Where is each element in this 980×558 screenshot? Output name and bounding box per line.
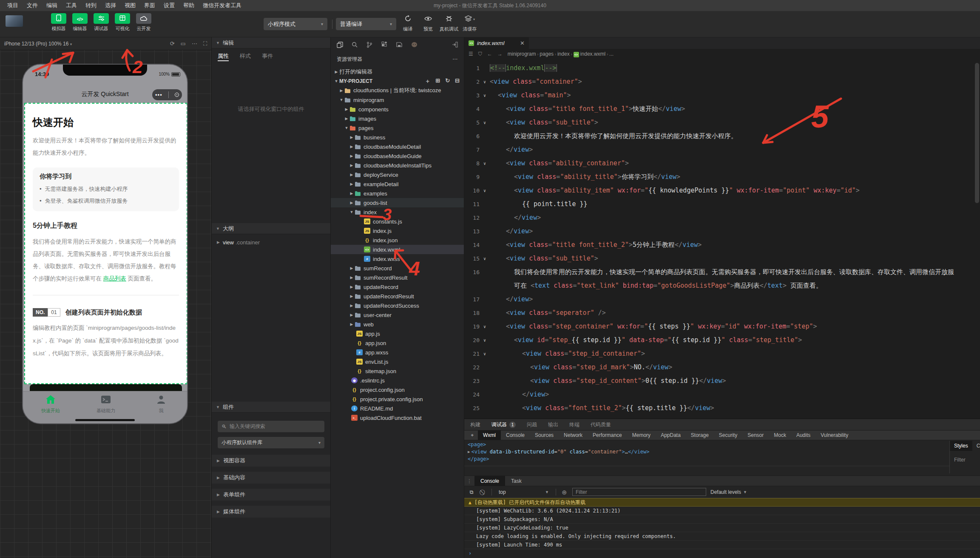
- code-line[interactable]: 17</view>: [464, 292, 974, 306]
- outline-section-header[interactable]: ▼大纲: [212, 223, 330, 234]
- tree-item[interactable]: ▶cloudbaseModuleGuide: [331, 151, 464, 161]
- code-line[interactable]: 3∨<view class="main">: [464, 88, 974, 102]
- capsule-menu[interactable]: •••: [152, 89, 182, 100]
- drag-handle-icon[interactable]: ⋮: [464, 478, 474, 484]
- menu-item[interactable]: 界面: [140, 2, 159, 9]
- styles-tab[interactable]: Co: [972, 441, 980, 451]
- close-icon[interactable]: ✕: [520, 40, 525, 46]
- tree-item[interactable]: ▼pages: [331, 123, 464, 133]
- edit-section-header[interactable]: ▼编辑: [212, 37, 330, 48]
- inspector-tab-network[interactable]: Network: [559, 431, 588, 440]
- devtools-tab[interactable]: 调试器1: [491, 421, 516, 428]
- editor-scrollbar[interactable]: [975, 63, 979, 203]
- console-panel-tab[interactable]: Task: [505, 476, 528, 486]
- component-library-select[interactable]: 小程序默认组件库▾: [218, 437, 324, 448]
- code-line[interactable]: 15∨<view class="sub_title">: [464, 252, 974, 265]
- phone-tab-2[interactable]: 基础能力: [87, 395, 125, 414]
- tree-item[interactable]: ▶web: [331, 320, 464, 329]
- code-line[interactable]: 20∨<view id="step_{{ step.id }}" data-st…: [464, 333, 974, 347]
- styles-tab[interactable]: Styles: [950, 441, 972, 451]
- outline-node[interactable]: ▶ view .container: [212, 237, 330, 247]
- inspector-tab-audits[interactable]: Audits: [791, 431, 815, 440]
- console-panel-tab[interactable]: Console: [474, 476, 505, 486]
- breadcrumb-item[interactable]: miniprogram: [508, 51, 536, 57]
- devtools-tab[interactable]: 终端: [569, 421, 579, 428]
- coze-icon[interactable]: [410, 42, 418, 49]
- hamburger-icon[interactable]: ☰: [469, 51, 473, 57]
- toolbar-button-code-icon[interactable]: </>编辑器: [71, 13, 88, 32]
- context-select[interactable]: top▼: [496, 488, 551, 496]
- tree-item[interactable]: ▼index: [331, 207, 464, 217]
- action-eye-icon[interactable]: 预览: [419, 14, 437, 32]
- component-section[interactable]: ▶基础内容: [212, 472, 330, 484]
- fold-icon[interactable]: ∨: [480, 256, 490, 261]
- refresh-icon[interactable]: ↻: [445, 77, 450, 85]
- devtools-tab[interactable]: 问题: [527, 421, 537, 428]
- editor-tab-index-wxml[interactable]: <> index.wxml ✕: [464, 37, 529, 49]
- breadcrumb-item[interactable]: <> index.wxml: [574, 51, 606, 57]
- menu-item[interactable]: 视图: [121, 2, 139, 9]
- code-line[interactable]: 21∨<view class="step_id_container">: [464, 347, 974, 360]
- tree-item[interactable]: #index.wxss: [331, 254, 464, 263]
- tree-item[interactable]: #app.wxss: [331, 348, 464, 357]
- element-picker-icon[interactable]: ⌖: [467, 432, 478, 438]
- tree-item[interactable]: ▶business: [331, 133, 464, 142]
- code-line[interactable]: 13</view>: [464, 224, 974, 238]
- console-row[interactable]: [system] LazyCodeLoading: true: [464, 524, 980, 532]
- user-avatar[interactable]: [6, 15, 23, 27]
- more-icon[interactable]: ⋯: [192, 40, 197, 47]
- collapse-right-icon[interactable]: [451, 42, 459, 49]
- console-prompt[interactable]: ›: [464, 549, 980, 558]
- log-levels-select[interactable]: Default levels▼: [710, 489, 747, 495]
- compile-mode-select[interactable]: 普通编译▾: [336, 18, 396, 30]
- fold-icon[interactable]: ∨: [480, 188, 490, 193]
- bookmark-icon[interactable]: ⛉: [478, 51, 482, 57]
- new-folder-icon[interactable]: ⊞: [435, 77, 440, 85]
- code-line[interactable]: 11{{ point.title }}: [464, 197, 974, 211]
- new-file-icon[interactable]: ＋: [425, 77, 430, 85]
- console-row[interactable]: [system] Subpackages: N/A: [464, 515, 980, 524]
- breadcrumb-item[interactable]: pages: [540, 51, 554, 57]
- menu-item[interactable]: 转到: [82, 2, 100, 9]
- expand-icon[interactable]: ⛶: [203, 40, 207, 47]
- code-line[interactable]: 9<view class="ability_title">你将学习到</view…: [464, 170, 974, 184]
- tree-item[interactable]: ▶cloudbaseModuleDetail: [331, 142, 464, 151]
- console-filter-input[interactable]: Filter: [572, 488, 706, 496]
- devtools-tab[interactable]: 代码质量: [591, 421, 611, 428]
- tree-item[interactable]: JSconstants.js: [331, 217, 464, 226]
- inspector-tab-mock[interactable]: Mock: [769, 431, 791, 440]
- code-line[interactable]: 16我们将会使用常用的云开发能力，快速实现一个简单的商品列表页面。无需购买服务器…: [464, 265, 974, 279]
- tree-item[interactable]: ▶components: [331, 105, 464, 114]
- fold-icon[interactable]: ∨: [480, 93, 490, 98]
- menu-item[interactable]: 微信开发者工具: [199, 2, 245, 9]
- tree-item[interactable]: JSindex.js: [331, 226, 464, 235]
- phone-tab-1[interactable]: 快速开始: [31, 395, 70, 414]
- toolbar-button-cloud-icon[interactable]: 云开发: [135, 13, 152, 32]
- menu-item[interactable]: 选择: [101, 2, 120, 9]
- code-line[interactable]: 25<view class="font_title_2">{{ step.tit…: [464, 401, 974, 415]
- tree-item[interactable]: ▶updateRecordResult: [331, 292, 464, 301]
- tree-item[interactable]: ▼miniprogram: [331, 95, 464, 105]
- files-icon[interactable]: [336, 42, 344, 50]
- device-select[interactable]: iPhone 12/13 (Pro) 100% 16 ▾: [4, 41, 72, 47]
- tree-item[interactable]: ▶deployService: [331, 170, 464, 179]
- tree-item[interactable]: ▶examples: [331, 189, 464, 198]
- inspector-tab-storage[interactable]: Storage: [686, 431, 714, 440]
- devtools-tab[interactable]: 输出: [548, 421, 558, 428]
- code-line[interactable]: 6欢迎使用云开发！本页将带你了解如何使用云开发提供的能力快速开发小程序。: [464, 129, 974, 143]
- clear-console-icon[interactable]: ⃠: [480, 489, 487, 495]
- fold-icon[interactable]: ∨: [480, 120, 490, 125]
- tree-item[interactable]: JSenvList.js: [331, 357, 464, 366]
- forward-icon[interactable]: →: [497, 51, 503, 57]
- inspector-tab-wxml[interactable]: Wxml: [478, 431, 501, 440]
- rotate-icon[interactable]: ⟳: [170, 40, 175, 47]
- tree-item[interactable]: >_uploadCloudFunction.bat: [331, 413, 464, 422]
- menu-item[interactable]: 设置: [160, 2, 179, 9]
- action-layers-icon[interactable]: ▾清缓存: [461, 14, 479, 32]
- tree-item[interactable]: <>index.wxml: [331, 245, 464, 254]
- inspector-tab-appdata[interactable]: AppData: [656, 431, 686, 440]
- minimize-icon[interactable]: [175, 93, 179, 97]
- code-line[interactable]: 5∨<view class="sub_title">: [464, 116, 974, 129]
- back-icon[interactable]: ←: [487, 51, 492, 57]
- console-row[interactable]: [system] WeChatLib: 3.6.6 (2024.11.24 21…: [464, 507, 980, 515]
